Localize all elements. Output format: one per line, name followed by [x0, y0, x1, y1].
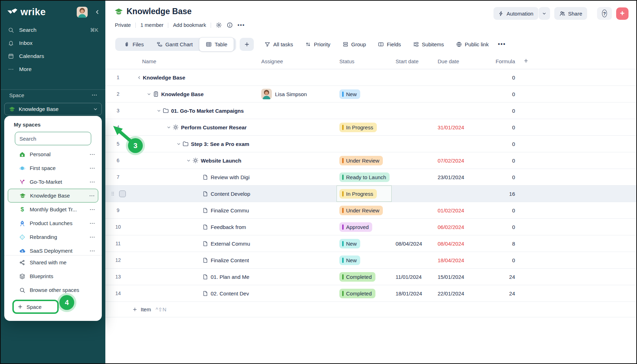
- expander-chevron-down-icon[interactable]: [165, 125, 173, 130]
- space-item-rebranding[interactable]: Rebranding: [8, 230, 98, 244]
- task-name[interactable]: Knowledge Base: [143, 75, 185, 81]
- toolbar-group[interactable]: Group: [343, 41, 366, 47]
- status-badge[interactable]: Ready to Launch: [339, 172, 390, 182]
- due-date-cell[interactable]: 22/01/2024: [436, 290, 481, 297]
- table-row[interactable]: 1402. Content DevCompleted18/01/202422/0…: [105, 285, 637, 302]
- status-cell[interactable]: [333, 102, 391, 119]
- task-name[interactable]: Content Develop: [211, 191, 250, 197]
- task-name[interactable]: Finalize Content: [211, 257, 249, 263]
- table-row[interactable]: 4Perform Customer ResearIn Progress31/01…: [105, 119, 637, 136]
- column-header-name[interactable]: Name: [131, 58, 253, 64]
- toolbar-more-icon[interactable]: •••: [498, 41, 506, 47]
- drag-handle-icon[interactable]: [110, 191, 116, 196]
- status-cell[interactable]: Completed: [333, 269, 391, 285]
- expander-chevron-left-icon[interactable]: [135, 75, 143, 80]
- table-row[interactable]: 12Finalize ContentNew18/04/20240: [105, 252, 637, 269]
- column-header-status[interactable]: Status: [333, 58, 391, 64]
- share-button[interactable]: Share: [554, 7, 587, 20]
- due-date-cell[interactable]: 01/02/2024: [436, 207, 481, 213]
- status-cell[interactable]: In Progress: [333, 119, 391, 135]
- due-date-cell[interactable]: 23/01/2024: [436, 174, 481, 180]
- status-badge[interactable]: Under Review: [339, 206, 383, 215]
- help-button[interactable]: ?: [597, 7, 612, 20]
- table-row[interactable]: 301. Go-To Market Campaigns0: [105, 102, 637, 119]
- task-name[interactable]: Knowledge Base: [161, 91, 204, 97]
- task-name[interactable]: Review with Digi: [211, 174, 250, 180]
- add-new-button[interactable]: +: [616, 7, 629, 20]
- space-item-knowledge-base[interactable]: Knowledge Base: [8, 189, 98, 202]
- due-date-cell[interactable]: 31/01/2024: [436, 124, 481, 130]
- expander-chevron-down-icon[interactable]: [145, 92, 153, 96]
- gear-icon[interactable]: [216, 22, 222, 28]
- table-row[interactable]: 11External CommuNew08/04/202408/04/20248: [105, 235, 637, 252]
- add-view-button[interactable]: [240, 38, 254, 51]
- meta-more-icon[interactable]: •••: [238, 22, 245, 28]
- due-date-cell[interactable]: 15/01/2024: [436, 274, 481, 280]
- column-header-assignee[interactable]: Assignee: [253, 58, 333, 64]
- status-cell[interactable]: [333, 69, 391, 86]
- status-cell[interactable]: Under Review: [333, 202, 391, 218]
- table-row[interactable]: 1Knowledge Base0: [105, 69, 637, 86]
- column-header-due-date[interactable]: Due date: [436, 58, 481, 64]
- space-item-product-launches[interactable]: Product Launches: [8, 216, 98, 230]
- task-name[interactable]: Finalize Commu: [211, 207, 249, 213]
- task-name[interactable]: 01. Go-To Market Campaigns: [171, 108, 244, 114]
- add-column-icon[interactable]: [517, 58, 637, 65]
- due-date-cell[interactable]: 06/02/2024: [436, 224, 481, 230]
- table-row[interactable]: 10Feedback fromApproved06/02/20240: [105, 219, 637, 235]
- status-cell[interactable]: Under Review: [333, 152, 391, 169]
- table-row[interactable]: 7Review with DigiReady to Launch23/01/20…: [105, 169, 637, 186]
- more-options-icon[interactable]: [89, 165, 95, 171]
- more-options-icon[interactable]: [89, 206, 95, 213]
- tab-table[interactable]: Table: [199, 37, 234, 52]
- column-header-formula[interactable]: Formula: [481, 58, 517, 64]
- status-badge[interactable]: In Progress: [339, 123, 377, 132]
- task-name[interactable]: 02. Content Dev: [211, 290, 249, 297]
- table-row[interactable]: 5Step 3: See a Pro exam0: [105, 136, 637, 152]
- status-cell[interactable]: New: [333, 252, 391, 268]
- sidebar-item-more[interactable]: More: [1, 63, 105, 76]
- start-date-cell[interactable]: 18/01/2024: [391, 290, 436, 297]
- task-name[interactable]: Step 3: See a Pro exam: [191, 141, 249, 147]
- status-badge[interactable]: Completed: [339, 272, 375, 282]
- toolbar-public-link[interactable]: Public link: [456, 41, 489, 47]
- add-item-row[interactable]: Item ^⇧N: [105, 302, 637, 317]
- popup-link-shared-with-me[interactable]: Shared with me: [8, 256, 98, 269]
- expander-chevron-down-icon[interactable]: [185, 158, 192, 163]
- table-row[interactable]: 1301. Plan and MeCompleted11/01/202415/0…: [105, 269, 637, 285]
- space-item-saas-deployment[interactable]: SaaS Deployment: [8, 244, 98, 255]
- status-cell[interactable]: In Progress: [333, 186, 391, 202]
- popup-link-browse-other-spaces[interactable]: Browse other spaces: [8, 283, 98, 297]
- start-date-cell[interactable]: 11/01/2024: [391, 274, 436, 280]
- more-options-icon[interactable]: [89, 179, 95, 185]
- table-row[interactable]: 2Knowledge BaseLisa SimpsonNew0: [105, 86, 637, 102]
- status-badge[interactable]: New: [339, 256, 360, 265]
- status-cell[interactable]: Ready to Launch: [333, 169, 391, 185]
- assignee-cell[interactable]: Lisa Simpson: [253, 89, 333, 99]
- task-name[interactable]: Feedback from: [211, 224, 246, 230]
- status-badge[interactable]: Completed: [339, 289, 375, 298]
- status-badge[interactable]: New: [339, 89, 360, 99]
- sidebar-item-calendars[interactable]: Calendars: [1, 49, 105, 63]
- table-row[interactable]: 6Website LaunchUnder Review07/02/20240: [105, 152, 637, 169]
- due-date-cell[interactable]: 07/02/2024: [436, 158, 481, 164]
- user-avatar[interactable]: [77, 7, 88, 18]
- task-name[interactable]: Website Launch: [201, 158, 241, 164]
- more-options-icon[interactable]: [89, 234, 95, 240]
- expander-chevron-down-icon[interactable]: [155, 108, 163, 113]
- toolbar-subitems[interactable]: Subitems: [413, 41, 444, 47]
- info-icon[interactable]: [227, 22, 233, 28]
- toolbar-all-tasks[interactable]: All tasks: [264, 41, 293, 47]
- wrike-logo[interactable]: wrike: [7, 7, 46, 18]
- status-badge[interactable]: Under Review: [339, 156, 383, 165]
- due-date-cell[interactable]: 18/04/2024: [436, 257, 481, 263]
- space-item-go-to-market[interactable]: Go-To-Market: [8, 175, 98, 189]
- status-cell[interactable]: New: [333, 235, 391, 252]
- task-name[interactable]: External Commu: [211, 241, 250, 247]
- spaces-search-input[interactable]: [15, 132, 91, 145]
- more-options-icon[interactable]: [89, 220, 95, 227]
- toolbar-priority[interactable]: Priority: [305, 41, 331, 47]
- status-cell[interactable]: [333, 136, 391, 152]
- column-header-start-date[interactable]: Start date: [391, 58, 436, 64]
- sidebar-item-search[interactable]: Search⌘K: [1, 23, 105, 36]
